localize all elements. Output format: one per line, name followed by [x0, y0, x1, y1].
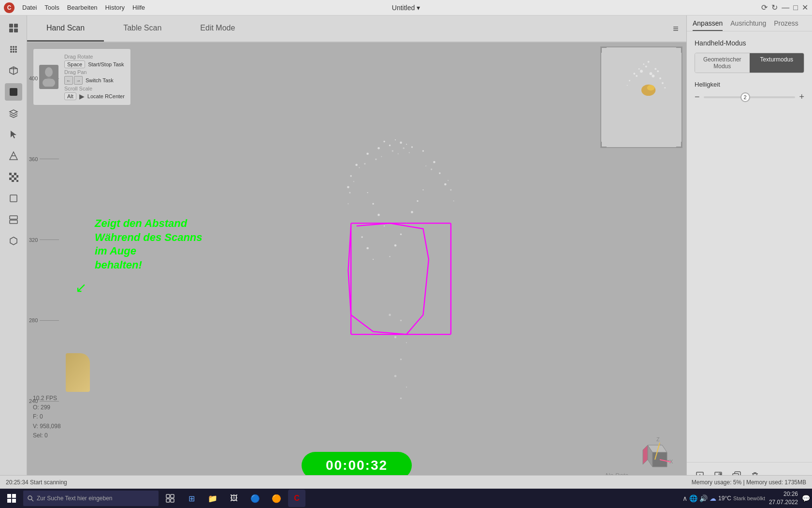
titlebar-menu: Datei Tools Bearbeiten History Hilfe	[22, 4, 145, 11]
svg-point-39	[355, 164, 358, 166]
fps-value: 10.2 FPS	[33, 394, 61, 403]
sidebar-grid-icon[interactable]	[5, 19, 22, 37]
svg-rect-126	[171, 494, 174, 498]
taskbar-app1[interactable]: 🔵	[246, 489, 265, 508]
tab-ausrichtung[interactable]: Ausrichtung	[730, 19, 766, 31]
document-title: Untitled	[392, 4, 415, 12]
dropdown-icon[interactable]: ▾	[417, 4, 420, 12]
sidebar-layers-icon[interactable]	[5, 105, 22, 122]
tab-hand-scan[interactable]: Hand Scan	[27, 15, 104, 42]
svg-point-56	[394, 244, 397, 247]
point-cloud-area	[201, 91, 590, 450]
svg-point-35	[422, 150, 424, 151]
svg-point-99	[627, 85, 628, 86]
tab-prozess[interactable]: Prozess	[774, 19, 798, 31]
svg-point-74	[453, 200, 454, 201]
close-button[interactable]: ✕	[802, 3, 808, 12]
svg-point-31	[389, 145, 391, 146]
svg-point-53	[361, 236, 362, 238]
fps-o: O: 299	[33, 403, 61, 412]
svg-point-87	[650, 72, 652, 75]
app-logo[interactable]: C	[4, 2, 14, 13]
taskbar-app3[interactable]: C	[288, 490, 305, 507]
brightness-minus-button[interactable]: −	[695, 92, 700, 102]
svg-rect-26	[10, 220, 17, 224]
sidebar-box-solid-icon[interactable]	[5, 83, 22, 101]
windows-start-button[interactable]	[2, 489, 21, 508]
hamburger-menu-icon[interactable]: ≡	[665, 15, 686, 42]
brightness-control: − 2 +	[695, 92, 804, 102]
taskbar-photos[interactable]: 🖼	[224, 489, 244, 508]
sidebar-mesh-icon[interactable]	[5, 147, 22, 164]
sidebar-checkerboard-icon[interactable]	[5, 168, 22, 186]
svg-point-36	[395, 139, 396, 140]
svg-point-10	[10, 51, 12, 53]
svg-point-4	[10, 46, 12, 48]
svg-point-9	[15, 48, 17, 50]
right-panel: Anpassen Ausrichtung Prozess Handheld-Mo…	[686, 15, 812, 489]
menu-history[interactable]: History	[105, 4, 125, 11]
preview-svg	[601, 47, 682, 147]
chevron-up-icon[interactable]: ∧	[682, 494, 687, 502]
svg-point-5	[13, 46, 14, 48]
network-icon[interactable]: 🌐	[689, 494, 697, 502]
svg-point-89	[636, 75, 638, 77]
svg-point-70	[448, 180, 449, 181]
viewport[interactable]: Drag Rotate Space Start/Stop Task Drag P…	[27, 43, 686, 489]
sidebar-cursor-icon[interactable]	[5, 126, 22, 143]
sidebar-hexagon-icon[interactable]	[5, 232, 22, 250]
taskbar-task-view[interactable]	[160, 489, 180, 508]
minimize-button[interactable]: —	[782, 3, 789, 12]
svg-point-38	[406, 144, 407, 145]
tab-anpassen[interactable]: Anpassen	[693, 19, 723, 31]
svg-point-100	[664, 87, 666, 89]
sidebar-dots-icon[interactable]	[5, 41, 22, 58]
weather-icon: ☁	[710, 494, 716, 502]
sidebar-cube-icon[interactable]	[5, 62, 22, 79]
maximize-button[interactable]: □	[793, 3, 798, 12]
space-key: Space	[64, 60, 85, 68]
taskbar-clock[interactable]: 20:26 27.07.2022	[769, 490, 798, 507]
texturmodus-button[interactable]: Texturmodus	[750, 53, 804, 73]
svg-point-90	[643, 63, 644, 65]
svg-point-82	[400, 397, 402, 399]
svg-rect-0	[9, 24, 13, 28]
svg-point-123	[28, 496, 32, 500]
svg-rect-21	[14, 178, 16, 180]
tab-table-scan[interactable]: Table Scan	[104, 15, 181, 42]
sidebar-square-icon[interactable]	[5, 190, 22, 207]
brightness-slider[interactable]: 2	[704, 96, 796, 98]
fps-sel: Sel: 0	[33, 431, 61, 440]
taskbar-app2[interactable]: 🟠	[267, 489, 286, 508]
clock-date: 27.07.2022	[769, 498, 798, 507]
speaker-icon[interactable]: 🔊	[699, 494, 708, 502]
svg-rect-24	[10, 195, 17, 202]
brightness-thumb[interactable]: 2	[740, 92, 750, 102]
menu-hilfe[interactable]: Hilfe	[132, 4, 145, 11]
refresh-icon[interactable]: ⟳	[761, 3, 768, 12]
svg-rect-2	[9, 29, 13, 32]
notification-icon[interactable]: 💬	[802, 494, 810, 502]
taskbar-search-placeholder: Zur Suche Text hier eingeben	[37, 495, 113, 502]
sync-icon[interactable]: ↻	[771, 3, 778, 12]
svg-point-98	[662, 82, 664, 84]
sidebar-layers2-icon[interactable]	[5, 211, 22, 228]
menu-bearbeiten[interactable]: Bearbeiten	[67, 4, 98, 11]
ruler-320: 320	[29, 237, 59, 243]
svg-point-73	[348, 203, 348, 204]
axis-cube-svg: Z X	[633, 435, 677, 479]
locate-rcenter-label: Locate RCenter	[87, 93, 125, 99]
taskbar-explorer[interactable]: 📁	[203, 489, 222, 508]
tab-edit-mode[interactable]: Edit Mode	[181, 15, 254, 42]
brightness-plus-button[interactable]: +	[799, 92, 804, 102]
taskbar-system-icons: ∧ 🌐 🔊 ☁ 19°C Stark bewölkt	[682, 494, 765, 502]
svg-point-44	[444, 183, 447, 186]
menu-datei[interactable]: Datei	[22, 4, 37, 11]
taskbar-widgets[interactable]: ⊞	[182, 489, 201, 508]
menu-tools[interactable]: Tools	[44, 4, 59, 11]
svg-point-76	[400, 320, 402, 321]
geometrischer-modus-button[interactable]: Geometrischer Modus	[695, 53, 750, 73]
taskbar-search[interactable]: Zur Suche Text hier eingeben	[23, 491, 159, 506]
svg-rect-83	[351, 223, 451, 334]
svg-point-94	[638, 68, 640, 70]
